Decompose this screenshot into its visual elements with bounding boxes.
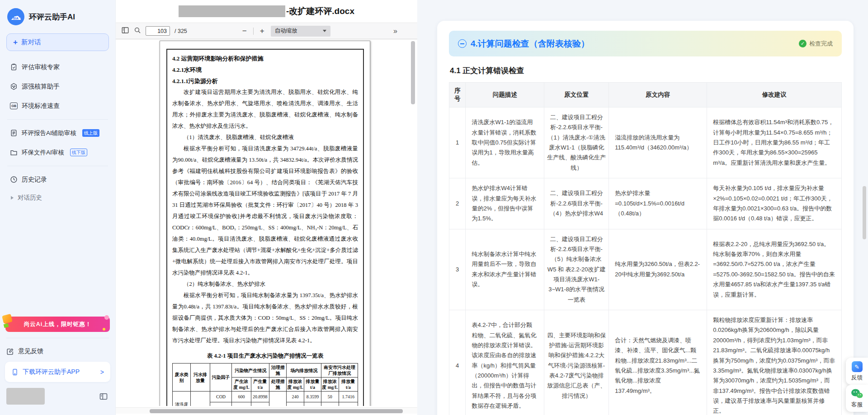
page-text-frame: 4.2 运营期环境影响分析和保护措施 4.2.1水环境 4.2.1.1污染源分析…: [166, 49, 364, 406]
caret-right-icon: [11, 196, 14, 200]
doc-th: 污染因子: [210, 364, 231, 392]
app-logo-icon: ☁ EIA: [7, 8, 24, 25]
doc-th: 产生量 t/a: [251, 378, 269, 392]
sidebar-item-chat-history[interactable]: 对话历史: [6, 189, 109, 206]
cell-loc: 二、建设项目工程分析-2.2.6项目水平衡-（4）热水炉排水W4: [544, 178, 609, 229]
promo-banner[interactable]: 尚云Ai上线，限时钜惠！: [5, 317, 110, 332]
cell-fix: 根据表2.2-20，总纯水用量应为3692.50 t/a。纯水制备效率70%，则…: [707, 229, 842, 310]
zoom-mode-value: 自动缩放: [275, 27, 297, 35]
doc-th: 排放浓度 mg/L: [321, 378, 339, 392]
page-number-input[interactable]: [146, 26, 170, 36]
horizontal-scrollbar-track[interactable]: [116, 407, 417, 414]
plus-icon: +: [13, 38, 18, 47]
doc-td: 600: [232, 392, 251, 402]
sidebar-item-report-ai-review[interactable]: 环评报告AI辅助审核 线上版: [6, 123, 109, 143]
new-chat-button[interactable]: + 新对话: [6, 33, 109, 51]
viewer-toolbar: / 325 − + 自动缩放 »: [116, 23, 417, 39]
doc-td: [287, 402, 304, 406]
check-results-panel: 4.计算问题检查（含附表核验） ✓ 检查完成 4.1 正文计算错误检查 序号 问…: [417, 0, 868, 415]
search-icon[interactable]: [134, 27, 141, 36]
sidebar-divider: [7, 166, 108, 166]
chevron-right-icon: >: [100, 368, 104, 376]
zoom-mode-select[interactable]: 自动缩放: [271, 26, 330, 37]
cell-desc: 表4.2-7中，合计部分颗粒物、二氧化硫、氮氧化物的排放浓度计算错误。该浓度应由…: [466, 310, 544, 415]
cell-no: 4: [449, 310, 466, 415]
doc-th: 废水类别: [173, 364, 191, 392]
doc-td: [269, 392, 287, 406]
table-row: 4 表4.2-7中，合计部分颗粒物、二氧化硫、氮氧化物的排放浓度计算错误。该浓度…: [449, 310, 842, 415]
toolbar-separator: [253, 28, 254, 35]
document-title: -改扩建环评.docx: [286, 5, 354, 17]
col-header-loc: 原文位置: [544, 83, 609, 107]
doc-paragraph: 改扩建项目运营期用水主要为清洗用水、脱脂用水、硅烷化用水、纯水制备浓水、热水炉用…: [172, 87, 358, 132]
horizontal-scrollbar-thumb[interactable]: [150, 409, 403, 413]
zoom-in-button[interactable]: +: [258, 27, 266, 36]
doc-td: 240: [287, 392, 304, 402]
zoom-out-button[interactable]: −: [241, 27, 249, 36]
cell-desc: 清洗废水W1-1的溢流用水量计算错误，消耗系数取中间值0.75但实际计算误用为1…: [466, 107, 544, 178]
doc-heading-1: 4.2 运营期环境影响分析和保护措施: [172, 53, 358, 64]
doc-th: 治理措施: [269, 364, 287, 378]
doc-th: 产生浓度 mg/L: [232, 378, 251, 392]
cell-desc: 热水炉排水W4计算错误，排水量应为每天补水量的2%，但报告中误算为1.5%。: [466, 178, 544, 229]
col-header-desc: 问题描述: [466, 83, 544, 107]
doc-td: [304, 402, 321, 406]
phone-icon: [11, 368, 19, 376]
offline-version-badge: 线下版: [70, 149, 87, 156]
doc-paragraph: 根据水平衡分析可知，项目纯水制备浓水量为 1397.35t/a、热水炉排水量为0…: [172, 290, 358, 346]
doc-subheading: （1）清洗废水、脱脂废槽液、硅烷化废槽液: [172, 132, 358, 143]
doc-th: 排放量 t/a: [304, 378, 321, 392]
doc-td: [321, 402, 339, 406]
cell-orig: 热水炉排水量=0.105t/d×1.5%=0.0016t/d（0.48t/a）: [609, 178, 707, 229]
sidebar-item-review-expert[interactable]: 评估审核专家: [6, 57, 109, 77]
sidebar-item-file-ai-review[interactable]: 环保文件AI审核 线下版: [6, 143, 109, 162]
expand-tools-icon[interactable]: »: [393, 27, 397, 35]
error-check-table: 序号 问题描述 原文位置 原文内容 修改建议 1 清洗废水W1-1的溢流用水量计…: [449, 82, 842, 415]
sidebar-item-standard-search[interactable]: GB 环境标准速查: [6, 96, 109, 116]
customer-service-float-button[interactable]: 客服: [846, 385, 868, 412]
sidebar-item-source-calc[interactable]: 源强核算助手: [6, 77, 109, 96]
doc-td: 20.8998: [251, 392, 269, 402]
cell-loc: 二、建设项目工程分析-2.2.6项目水平衡-（1）清洗废水-①清洗废水W1-1（…: [544, 107, 609, 178]
document-title-redacted: [179, 5, 285, 17]
subsection-title: 4.1 正文计算错误检查: [450, 65, 841, 76]
doc-th: 污染物产生情况: [232, 364, 269, 378]
doc-td: 1.7416: [339, 392, 358, 402]
sidebar-collapse-button[interactable]: [99, 392, 108, 403]
collapse-section-icon[interactable]: [458, 39, 467, 48]
doc-heading-2: 4.2.1水环境: [172, 64, 358, 75]
page-total-label: / 325: [175, 28, 187, 34]
clock-icon: [10, 176, 18, 183]
document-viewer: -改扩建环评.docx / 325 − + 自动缩放 » 4.2 运营期环境影响…: [115, 0, 417, 415]
doc-td: [191, 392, 210, 406]
cell-loc: 四、主要环境影响和保护措施-运营期环境影响和保护措施:4.2.2大气环境-污染源…: [544, 310, 609, 415]
doc-td: [210, 402, 231, 406]
sidebar-divider: [7, 119, 108, 120]
confetti-decoration-icon: [104, 315, 109, 320]
document-scroll-area[interactable]: 4.2 运营期环境影响分析和保护措施 4.2.1水环境 4.2.1.1污染源分析…: [116, 40, 417, 406]
user-account-redacted[interactable]: [6, 388, 45, 405]
hexagon-nodes-icon: [10, 83, 18, 90]
wechat-icon: [851, 388, 863, 399]
app-brand: ☁ EIA 环评云助手AI: [7, 8, 108, 25]
promo-text: 尚云Ai上线，限时钜惠！: [24, 321, 92, 328]
panel-scrollbar-thumb[interactable]: [863, 186, 866, 239]
table-row: 1 清洗废水W1-1的溢流用水量计算错误，消耗系数取中间值0.75但实际计算误用…: [449, 107, 842, 178]
doc-th: 处理措施: [269, 378, 287, 392]
sidebar-item-history[interactable]: 历史记录: [6, 170, 109, 189]
download-app-button[interactable]: 下载环评云助手APP >: [5, 362, 110, 382]
col-header-fix: 修改建议: [707, 83, 842, 107]
sidebar: ☁ EIA 环评云助手AI + 新对话 评估审核专家 源强核算助手 GB 环境标…: [0, 0, 115, 415]
check-results-card: 4.计算问题检查（含附表核验） ✓ 检查完成 4.1 正文计算错误检查 序号 问…: [437, 21, 854, 415]
sidebar-item-label: 源强核算助手: [22, 83, 60, 91]
section-header: 4.计算问题检查（含附表核验） ✓ 检查完成: [449, 31, 842, 56]
sidebar-divider: [6, 338, 109, 338]
feedback-float-button[interactable]: ✎ 反馈: [846, 358, 868, 385]
gb-standard-icon: GB: [10, 103, 18, 109]
doc-table-title: 表 4.2-1 项目生产废水水污染物产排情况一览表: [172, 351, 358, 361]
doc-heading-3: 4.2.1.1污染源分析: [172, 75, 358, 87]
document-icon: [10, 129, 18, 137]
vertical-scrollbar-thumb[interactable]: [411, 41, 415, 104]
feedback-item[interactable]: 意见反馈: [6, 343, 43, 359]
toggle-sidebar-icon[interactable]: [121, 26, 129, 36]
